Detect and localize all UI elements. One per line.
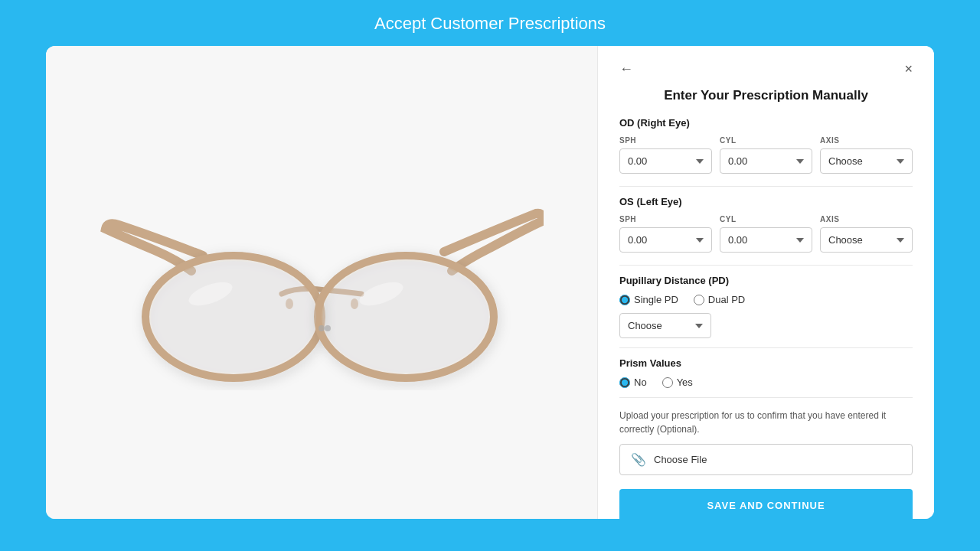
dual-pd-option[interactable]: Dual PD	[694, 294, 745, 305]
prism-no-radio[interactable]	[619, 377, 630, 388]
single-pd-radio[interactable]	[619, 295, 630, 305]
form-title: Enter Your Prescription Manually	[619, 88, 913, 103]
svg-point-4	[151, 261, 316, 373]
svg-point-5	[323, 261, 488, 373]
choose-file-label: Choose File	[654, 454, 707, 465]
os-sph-label: SPH	[619, 215, 712, 223]
prism-yes-radio[interactable]	[662, 377, 673, 388]
od-axis-group: AXIS Choose15104590180	[820, 136, 913, 174]
glasses-illustration	[61, 152, 582, 412]
os-cyl-select[interactable]: 0.000.250.500.75	[720, 227, 812, 253]
pd-section: Pupillary Distance (PD) Single PD Dual P…	[619, 275, 913, 338]
upload-description: Upload your prescription for us to confi…	[619, 409, 913, 436]
dual-pd-label: Dual PD	[708, 294, 745, 305]
svg-point-9	[325, 325, 331, 331]
page-header: Accept Customer Prescriptions	[0, 0, 980, 46]
os-fields-row: SPH 0.000.250.500.75 CYL 0.000.250.500.7…	[619, 215, 913, 253]
prism-yes-label: Yes	[677, 377, 693, 388]
od-section-label: OD (Right Eye)	[619, 117, 913, 129]
od-sph-label: SPH	[619, 136, 712, 145]
od-section: OD (Right Eye) SPH 0.000.250.500.751.00 …	[619, 117, 913, 174]
glasses-panel	[46, 46, 597, 519]
single-pd-option[interactable]: Single PD	[619, 294, 678, 305]
section-divider-4	[619, 397, 913, 398]
main-card: ← × Enter Your Prescription Manually OD …	[46, 46, 934, 519]
os-section-label: OS (Left Eye)	[619, 196, 913, 207]
prism-radio-row: No Yes	[619, 377, 913, 388]
close-button[interactable]: ×	[904, 61, 913, 77]
prism-no-option[interactable]: No	[619, 377, 647, 388]
save-continue-button[interactable]: SAVE AND CONTINUE	[619, 489, 913, 519]
od-axis-label: AXIS	[820, 136, 913, 145]
os-sph-select[interactable]: 0.000.250.500.75	[619, 227, 712, 253]
choose-file-button[interactable]: 📎 Choose File	[619, 444, 913, 475]
section-divider-3	[619, 347, 913, 348]
pd-select[interactable]: Choose55565758 5960616263 6465666768	[619, 313, 711, 338]
od-cyl-group: CYL 0.000.250.500.75	[720, 136, 812, 174]
svg-point-8	[318, 325, 325, 331]
os-sph-group: SPH 0.000.250.500.75	[619, 215, 712, 253]
pd-radio-row: Single PD Dual PD	[619, 294, 913, 305]
os-axis-label: AXIS	[820, 215, 913, 223]
od-fields-row: SPH 0.000.250.500.751.00 CYL 0.000.250.5…	[619, 136, 913, 174]
prism-section: Prism Values No Yes	[619, 357, 913, 388]
od-sph-select[interactable]: 0.000.250.500.751.00	[619, 148, 712, 174]
section-divider-2	[619, 265, 913, 266]
paperclip-icon: 📎	[631, 452, 646, 467]
form-panel: ← × Enter Your Prescription Manually OD …	[597, 46, 934, 519]
pd-select-wrapper: Choose55565758 5960616263 6465666768	[619, 313, 711, 338]
single-pd-label: Single PD	[634, 294, 678, 305]
od-cyl-select[interactable]: 0.000.250.500.75	[720, 148, 812, 174]
section-divider-1	[619, 186, 913, 187]
od-sph-group: SPH 0.000.250.500.751.00	[619, 136, 712, 174]
back-button[interactable]: ←	[619, 61, 633, 77]
prism-yes-option[interactable]: Yes	[662, 377, 693, 388]
prism-section-label: Prism Values	[619, 357, 913, 369]
os-section: OS (Left Eye) SPH 0.000.250.500.75 CYL 0…	[619, 196, 913, 253]
os-axis-group: AXIS Choose15104590180	[820, 215, 913, 253]
od-cyl-label: CYL	[720, 136, 812, 145]
upload-section: Upload your prescription for us to confi…	[619, 409, 913, 475]
os-cyl-group: CYL 0.000.250.500.75	[720, 215, 812, 253]
pd-section-label: Pupillary Distance (PD)	[619, 275, 913, 286]
od-axis-select[interactable]: Choose15104590180	[820, 148, 913, 174]
form-nav: ← ×	[619, 61, 913, 77]
os-axis-select[interactable]: Choose15104590180	[820, 227, 913, 253]
os-cyl-label: CYL	[720, 215, 812, 223]
prism-no-label: No	[634, 377, 647, 388]
dual-pd-radio[interactable]	[694, 295, 704, 305]
